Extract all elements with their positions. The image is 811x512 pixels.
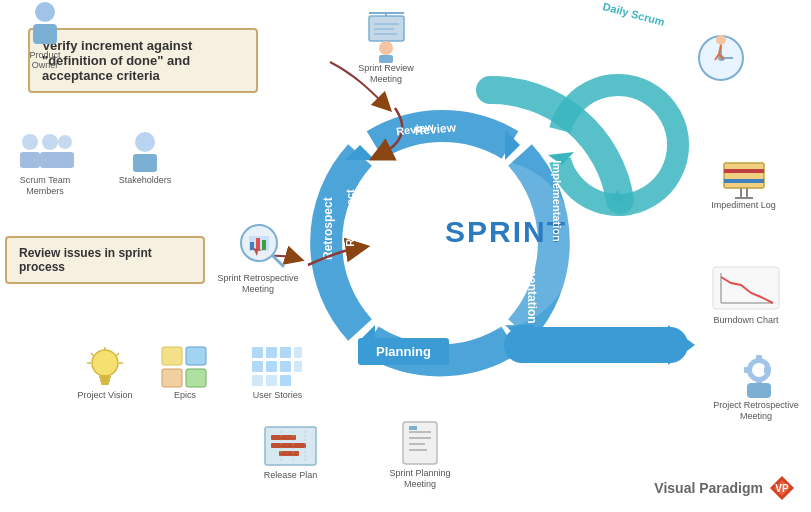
impediment-log-label: Impediment Log — [711, 200, 776, 210]
main-container: Review Implementation Planning Retrospec… — [0, 0, 811, 512]
sprint-review-meeting-item: Sprint Review Meeting — [346, 8, 426, 85]
svg-rect-47 — [764, 367, 769, 373]
project-vision-icon — [83, 345, 128, 390]
epics-icon — [160, 345, 210, 390]
svg-rect-77 — [280, 347, 291, 358]
svg-rect-33 — [724, 163, 764, 188]
svg-rect-82 — [294, 361, 302, 372]
svg-rect-74 — [186, 369, 206, 387]
svg-rect-61 — [409, 426, 417, 430]
svg-rect-89 — [279, 451, 299, 456]
svg-rect-14 — [56, 152, 74, 168]
burndown-chart-item: Burndown Chart — [701, 265, 791, 325]
svg-rect-10 — [20, 152, 40, 168]
svg-rect-80 — [266, 361, 277, 372]
svg-text:VP: VP — [775, 483, 789, 494]
impediment-log-icon — [719, 155, 769, 200]
svg-line-68 — [91, 353, 94, 356]
svg-rect-54 — [262, 240, 266, 250]
product-owner-label: Product Owner — [15, 50, 75, 70]
svg-rect-81 — [280, 361, 291, 372]
user-stories-label: User Stories — [253, 390, 303, 400]
user-stories-item: User Stories — [240, 345, 315, 400]
stakeholders-icon — [125, 130, 165, 175]
release-plan-item: Release Plan — [253, 425, 328, 480]
project-retrospective-item: Project Retrospective Meeting — [706, 350, 806, 422]
svg-line-67 — [116, 353, 119, 356]
svg-rect-84 — [266, 375, 277, 386]
stakeholders-label: Stakeholders — [119, 175, 172, 185]
release-plan-icon — [263, 425, 318, 470]
svg-rect-76 — [266, 347, 277, 358]
sprint-planning-meeting-label: Sprint Planning Meeting — [375, 468, 465, 490]
callout-review-text: Review issues in sprint process — [19, 246, 152, 274]
svg-rect-44 — [756, 355, 762, 360]
svg-point-20 — [379, 41, 393, 55]
retrospect-label: Retrospect — [344, 189, 356, 246]
svg-rect-21 — [379, 55, 393, 63]
svg-point-29 — [716, 35, 726, 45]
sprint-retrospective-item: Sprint Retrospective Meeting — [208, 218, 308, 295]
svg-point-43 — [752, 363, 766, 377]
svg-rect-46 — [744, 367, 749, 373]
implementation-label: Implementation — [551, 160, 563, 241]
burndown-chart-icon — [711, 265, 781, 315]
svg-rect-63 — [99, 375, 111, 379]
svg-marker-6 — [668, 325, 695, 365]
planning-label: Planning — [358, 338, 449, 365]
epics-label: Epics — [174, 390, 196, 400]
sprint-review-meeting-label: Sprint Review Meeting — [346, 63, 426, 85]
sprint-planning-meeting-item: Sprint Planning Meeting — [375, 420, 465, 490]
svg-rect-87 — [271, 435, 296, 440]
svg-point-62 — [92, 350, 118, 376]
svg-point-13 — [58, 135, 72, 149]
svg-line-50 — [273, 256, 283, 266]
svg-point-7 — [35, 2, 55, 22]
svg-rect-65 — [101, 382, 109, 385]
svg-rect-71 — [162, 347, 182, 365]
product-owner-item: Product Owner — [15, 0, 75, 70]
vp-logo: Visual Paradigm VP — [654, 474, 796, 502]
burndown-chart-label: Burndown Chart — [713, 315, 778, 325]
svg-rect-85 — [280, 375, 291, 386]
svg-rect-88 — [271, 443, 306, 448]
svg-rect-52 — [250, 242, 254, 250]
project-vision-item: Project Vision — [70, 345, 140, 400]
sprint-planning-icon — [395, 420, 445, 468]
svg-point-11 — [42, 134, 58, 150]
epics-item: Epics — [150, 345, 220, 400]
scrum-team-icon — [15, 130, 75, 175]
daily-scrum-item — [681, 30, 761, 85]
release-plan-label: Release Plan — [264, 470, 318, 480]
sprint-retrospective-label: Sprint Retrospective Meeting — [208, 273, 308, 295]
svg-rect-16 — [133, 154, 157, 172]
svg-rect-78 — [294, 347, 302, 358]
retrospect-arc-label: Retrospect — [321, 197, 335, 260]
svg-rect-79 — [252, 361, 263, 372]
user-stories-icon — [250, 345, 305, 390]
svg-rect-72 — [162, 369, 182, 387]
project-vision-label: Project Vision — [78, 390, 133, 400]
svg-rect-56 — [403, 422, 437, 464]
svg-rect-83 — [252, 375, 263, 386]
vp-logo-text: Visual Paradigm — [654, 480, 763, 496]
svg-rect-8 — [33, 24, 57, 44]
svg-point-15 — [135, 132, 155, 152]
daily-scrum-icon — [691, 30, 751, 85]
scrum-team-item: Scrum Team Members — [5, 130, 85, 197]
callout-review: Review issues in sprint process — [5, 236, 205, 284]
project-retrospective-icon — [729, 350, 784, 400]
impediment-log-item: Impediment Log — [701, 155, 786, 210]
svg-rect-48 — [747, 383, 771, 398]
svg-rect-73 — [186, 347, 206, 365]
vp-logo-icon: VP — [768, 474, 796, 502]
sprint-label: SPRINT — [445, 215, 567, 248]
svg-rect-53 — [256, 238, 260, 250]
project-retrospective-label: Project Retrospective Meeting — [706, 400, 806, 422]
sprint-retrospective-icon — [231, 218, 286, 273]
sprint-review-icon — [359, 8, 414, 63]
sprint-center-text: SPRINT — [445, 215, 545, 249]
svg-rect-75 — [252, 347, 263, 358]
product-owner-icon — [25, 0, 65, 50]
stakeholders-item: Stakeholders — [110, 130, 180, 185]
